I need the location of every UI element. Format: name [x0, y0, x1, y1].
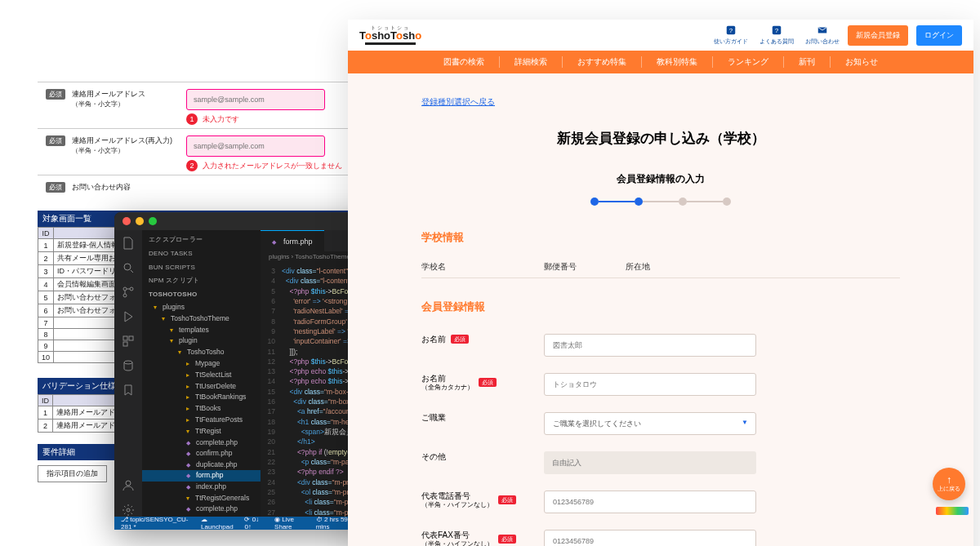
step-1-dot: [590, 198, 599, 206]
gear-icon[interactable]: [122, 504, 135, 517]
required-badge: 必須: [451, 335, 469, 344]
nav-item[interactable]: お知らせ: [831, 56, 893, 68]
folder-tree-item[interactable]: TtRegistGenerals: [142, 493, 261, 504]
required-badge: 必須: [498, 535, 516, 544]
traffic-close-icon[interactable]: [122, 217, 131, 225]
file-tree-item[interactable]: complete.php: [142, 437, 261, 449]
header-util-faq[interactable]: ?よくある質問: [760, 24, 794, 46]
folder-tree-item[interactable]: templates: [142, 325, 261, 336]
text-input[interactable]: [544, 451, 756, 474]
php-icon: [186, 470, 193, 482]
form-row: お名前（全角カタカナ）必須: [421, 365, 900, 404]
error-text: 入力されたメールアドレスが一致しません: [203, 161, 342, 171]
back-to-top-button[interactable]: 上に戻る: [933, 468, 965, 500]
folder-tree-item[interactable]: TtBooks: [142, 403, 261, 415]
line-number: 11: [261, 347, 282, 357]
school-table-head: 学校名 郵便番号 所在地: [421, 256, 900, 278]
status-item[interactable]: ◉ Live Share: [274, 516, 308, 530]
extensions-icon[interactable]: [122, 335, 135, 348]
line-number: 18: [261, 417, 282, 427]
nav-item[interactable]: 詳細検索: [500, 56, 563, 68]
folder-tree-item[interactable]: plugins: [142, 302, 261, 313]
svg-point-9: [127, 508, 130, 512]
files-icon[interactable]: [122, 237, 135, 250]
spec-add-button[interactable]: 指示項目の追加: [38, 465, 107, 482]
folder-tree-item[interactable]: TtBookRankings: [142, 392, 261, 403]
tree-label: TtRegistGenerals: [195, 493, 249, 504]
bookmark-icon[interactable]: [122, 384, 135, 397]
status-item[interactable]: ⎇ topic/SENSYO_CU-281 *: [121, 516, 193, 530]
tree-label: TtUserDelete: [195, 381, 236, 393]
text-input[interactable]: [544, 373, 756, 396]
status-item[interactable]: ☁ Launchpad: [201, 516, 236, 530]
folder-tree-item[interactable]: TtSelectList: [142, 370, 261, 381]
spec-input-field[interactable]: [186, 89, 325, 110]
folder-icon: [186, 415, 192, 426]
nav-item[interactable]: おすすめ特集: [563, 56, 642, 68]
tree-label: ToshoToshoTheme: [171, 313, 229, 325]
account-icon[interactable]: [122, 479, 135, 492]
book-icon: [365, 42, 416, 45]
form-row: その他: [421, 443, 900, 482]
tree-label: TtFeaturePosts: [195, 415, 243, 426]
nav-item[interactable]: ランキング: [713, 56, 784, 68]
traffic-max-icon[interactable]: [149, 217, 157, 225]
spec-input-field[interactable]: [186, 135, 325, 157]
folder-tree-item[interactable]: ToshoTosho: [142, 347, 261, 358]
tree-label: templates: [179, 325, 209, 336]
folder-tree-item[interactable]: Mypage: [142, 358, 261, 370]
file-tree-item[interactable]: duplicate.php: [142, 459, 261, 471]
section-deno[interactable]: DENO TASKS: [142, 247, 261, 261]
login-button[interactable]: ログイン: [916, 25, 962, 46]
back-link[interactable]: 登録種別選択へ戻る: [421, 97, 495, 106]
text-input[interactable]: [544, 334, 756, 357]
traffic-min-icon[interactable]: [136, 217, 144, 225]
svg-rect-5: [129, 336, 133, 340]
header-util-help[interactable]: ?使い方ガイド: [714, 24, 748, 46]
register-button[interactable]: 新規会員登録: [848, 25, 908, 46]
search-icon[interactable]: [122, 261, 135, 274]
tree-label: TtBooks: [195, 403, 220, 415]
nav-item[interactable]: 新刊: [784, 56, 831, 68]
text-input[interactable]: [544, 491, 756, 513]
tree-label: TtBookRankings: [195, 392, 246, 403]
section-npm[interactable]: NPM スクリプト: [142, 274, 261, 288]
db-icon[interactable]: [122, 359, 135, 372]
folder-icon: [186, 358, 192, 370]
section-workspace[interactable]: TOSHOTOSHO: [142, 288, 261, 302]
error-text: 未入力です: [203, 114, 239, 125]
line-number: 19: [261, 427, 282, 437]
header-util-mail[interactable]: お問い合わせ: [805, 24, 840, 46]
folder-icon: [186, 370, 192, 381]
vscode-explorer: エクスプローラー DENO TASKS BUN SCRIPTS NPM スクリプ…: [142, 230, 261, 517]
editor-tab-form[interactable]: form.php: [261, 230, 324, 251]
spec-field-label: 連絡用メールアドレス（半角・小文字）: [72, 89, 186, 109]
folder-icon: [162, 313, 167, 325]
occupation-select[interactable]: ご職業を選択してください: [544, 412, 756, 435]
tree-label: TtSelectList: [195, 370, 231, 381]
nav-item[interactable]: 教科別特集: [642, 56, 713, 68]
file-tree-item[interactable]: index.php: [142, 482, 261, 493]
branch-icon[interactable]: [122, 286, 135, 299]
progress-stepper: [421, 198, 900, 206]
folder-tree-item[interactable]: TtUserDelete: [142, 381, 261, 393]
folder-icon: [186, 493, 192, 504]
text-input[interactable]: [544, 530, 756, 546]
brand-logo[interactable]: トショトショ ToshoTosho: [359, 25, 421, 45]
nav-item[interactable]: 図書の検索: [429, 56, 500, 68]
folder-tree-item[interactable]: ToshoToshoTheme: [142, 313, 261, 325]
tree-label: Mypage: [195, 358, 220, 370]
file-tree-item[interactable]: form.php: [142, 470, 261, 482]
folder-tree-item[interactable]: TtFeaturePosts: [142, 415, 261, 426]
debug-icon[interactable]: [122, 310, 135, 323]
required-badge: 必須: [479, 378, 497, 387]
section-bun[interactable]: BUN SCRIPTS: [142, 261, 261, 275]
folder-tree-item[interactable]: plugin: [142, 335, 261, 347]
file-tree-item[interactable]: complete.php: [142, 504, 261, 515]
app-main: 登録種別選択へ戻る 新規会員登録の申し込み（学校） 会員登録情報の入力 学校情報…: [348, 73, 973, 546]
spec-form-row: 必須 連絡用メールアドレス(再入力)（半角・小文字） 2入力されたメールアドレス…: [38, 128, 356, 175]
folder-tree-item[interactable]: TtRegist: [142, 426, 261, 437]
status-item[interactable]: ⟳ 0↓ 0↑: [244, 516, 265, 530]
file-tree-item[interactable]: confirm.php: [142, 448, 261, 459]
folder-icon: [154, 302, 159, 313]
